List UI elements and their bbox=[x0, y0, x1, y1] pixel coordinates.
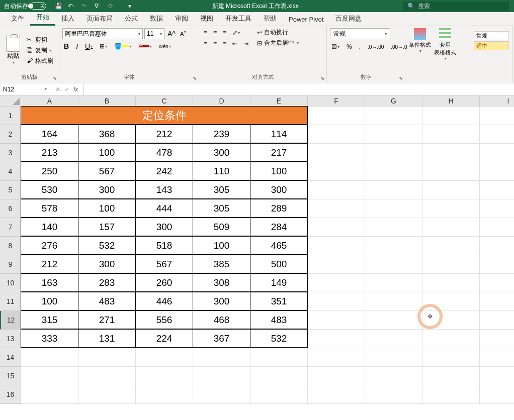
increase-font-icon[interactable]: A^ bbox=[166, 28, 177, 39]
cell-E13[interactable]: 532 bbox=[250, 329, 308, 348]
cell-H14[interactable] bbox=[422, 348, 480, 367]
comma-icon[interactable]: , bbox=[358, 42, 362, 51]
cell-C13[interactable]: 224 bbox=[135, 329, 193, 348]
increase-decimal-icon[interactable]: .0→.00 bbox=[366, 43, 385, 51]
cell-A3[interactable]: 213 bbox=[21, 143, 78, 162]
cell-C2[interactable]: 212 bbox=[135, 125, 193, 143]
cell-A6[interactable]: 578 bbox=[21, 199, 78, 218]
cell-D13[interactable]: 367 bbox=[193, 329, 250, 348]
wrap-text-button[interactable]: ↩自动换行 bbox=[257, 28, 299, 37]
cell-D10[interactable]: 308 bbox=[193, 273, 250, 292]
style-neutral[interactable]: 适中 bbox=[474, 41, 509, 50]
col-header-G[interactable]: G bbox=[365, 95, 422, 107]
cell-B4[interactable]: 567 bbox=[78, 162, 136, 180]
cell-D7[interactable]: 509 bbox=[193, 218, 250, 236]
col-header-A[interactable]: A bbox=[21, 95, 78, 107]
cell-F3[interactable] bbox=[308, 144, 365, 162]
cell-I6[interactable] bbox=[480, 199, 514, 218]
format-table-button[interactable]: 套用 表格格式▾ bbox=[434, 28, 457, 80]
paste-button[interactable]: 粘贴 ▾ bbox=[3, 28, 23, 72]
worksheet-grid[interactable]: ABCDEFGHI1定位条件21643682122391143213100478… bbox=[0, 95, 514, 404]
cell-F6[interactable] bbox=[308, 199, 365, 218]
row-header-12[interactable]: 12 bbox=[0, 311, 21, 330]
cell-I11[interactable] bbox=[480, 292, 514, 311]
col-header-H[interactable]: H bbox=[422, 95, 480, 107]
cell-H6[interactable] bbox=[422, 199, 480, 218]
cell-empty[interactable] bbox=[365, 107, 422, 125]
col-header-I[interactable]: I bbox=[480, 95, 514, 107]
cell-A5[interactable]: 530 bbox=[21, 180, 78, 199]
row-header-4[interactable]: 4 bbox=[0, 162, 21, 181]
cell-F7[interactable] bbox=[308, 218, 365, 237]
align-middle-icon[interactable]: ≡ bbox=[212, 28, 218, 37]
cell-D9[interactable]: 385 bbox=[193, 255, 250, 273]
font-launcher-icon[interactable]: ⬊ bbox=[193, 75, 197, 81]
cell-G9[interactable] bbox=[365, 255, 422, 274]
cell-H9[interactable] bbox=[422, 255, 480, 274]
cell-G7[interactable] bbox=[365, 218, 422, 237]
save-icon[interactable]: 💾 bbox=[54, 2, 62, 10]
enter-icon[interactable]: ✓ bbox=[64, 86, 69, 93]
number-format-select[interactable]: 常规▾ bbox=[330, 28, 390, 39]
refresh-icon[interactable]: ⟳ bbox=[107, 2, 115, 10]
cell-B12[interactable]: 271 bbox=[78, 310, 136, 329]
cell-E8[interactable]: 465 bbox=[250, 236, 308, 255]
cell-F11[interactable] bbox=[308, 292, 365, 311]
cancel-icon[interactable]: ✕ bbox=[55, 86, 60, 93]
phonetic-button[interactable]: wén▾ bbox=[157, 43, 172, 50]
cell-empty[interactable] bbox=[422, 107, 480, 125]
cell-C7[interactable]: 300 bbox=[135, 218, 193, 236]
cell-H8[interactable] bbox=[422, 237, 480, 255]
cell-D12[interactable]: 468 bbox=[193, 310, 250, 329]
row-header-6[interactable]: 6 bbox=[0, 199, 21, 218]
tab-file[interactable]: 文件 bbox=[5, 12, 30, 26]
tab-home[interactable]: 开始 bbox=[30, 10, 55, 26]
merge-center-button[interactable]: ⊟合并后居中▾ bbox=[257, 39, 299, 47]
cell-E15[interactable] bbox=[250, 367, 308, 385]
cell-G14[interactable] bbox=[365, 348, 422, 367]
cell-G13[interactable] bbox=[365, 330, 422, 348]
cell-B16[interactable] bbox=[78, 385, 136, 404]
autosave-toggle[interactable]: 自动保存 关 bbox=[0, 2, 50, 11]
row-header-8[interactable]: 8 bbox=[0, 237, 21, 255]
undo-icon[interactable]: ↶▾ bbox=[67, 2, 75, 10]
align-left-icon[interactable]: ≡ bbox=[202, 39, 209, 48]
increase-indent-icon[interactable]: ⇥ bbox=[242, 39, 250, 48]
cell-D8[interactable]: 100 bbox=[193, 236, 250, 255]
cell-E16[interactable] bbox=[250, 385, 308, 404]
cell-A10[interactable]: 163 bbox=[21, 273, 78, 292]
cell-F2[interactable] bbox=[308, 125, 365, 144]
cell-C8[interactable]: 518 bbox=[135, 236, 193, 255]
cell-E5[interactable]: 300 bbox=[250, 180, 308, 199]
orientation-icon[interactable]: ⤢▾ bbox=[231, 28, 241, 37]
cell-E14[interactable] bbox=[250, 348, 308, 367]
tab-powerpivot[interactable]: Power Pivot bbox=[283, 13, 329, 26]
cell-B11[interactable]: 483 bbox=[78, 292, 136, 310]
cell-A4[interactable]: 250 bbox=[21, 162, 78, 180]
cell-B7[interactable]: 157 bbox=[78, 218, 136, 236]
cell-E6[interactable]: 289 bbox=[250, 199, 308, 218]
cell-E10[interactable]: 149 bbox=[250, 273, 308, 292]
tab-layout[interactable]: 页面布局 bbox=[80, 12, 119, 26]
cell-G12[interactable] bbox=[365, 311, 422, 330]
col-header-F[interactable]: F bbox=[308, 95, 365, 107]
bold-button[interactable]: B bbox=[62, 41, 70, 51]
title-cell[interactable]: 定位条件 bbox=[21, 106, 308, 125]
tab-help[interactable]: 帮助 bbox=[258, 12, 283, 26]
cell-A11[interactable]: 100 bbox=[21, 292, 78, 310]
conditional-format-button[interactable]: 条件格式▾ bbox=[408, 28, 432, 80]
cell-C3[interactable]: 478 bbox=[135, 143, 193, 162]
tab-view[interactable]: 视图 bbox=[194, 12, 219, 26]
customize-qat-icon[interactable]: ▾ bbox=[126, 2, 134, 10]
percent-icon[interactable]: % bbox=[345, 42, 354, 51]
cell-F13[interactable] bbox=[308, 330, 365, 348]
align-bottom-icon[interactable]: ≡ bbox=[221, 28, 228, 37]
cell-C16[interactable] bbox=[136, 385, 193, 404]
cell-E9[interactable]: 500 bbox=[250, 255, 308, 273]
cell-C12[interactable]: 556 bbox=[135, 310, 193, 329]
cell-D4[interactable]: 110 bbox=[193, 162, 250, 180]
cell-I9[interactable] bbox=[480, 255, 514, 274]
cell-A7[interactable]: 140 bbox=[21, 218, 78, 236]
number-launcher-icon[interactable]: ⬊ bbox=[399, 75, 403, 81]
cell-F12[interactable] bbox=[308, 311, 365, 330]
